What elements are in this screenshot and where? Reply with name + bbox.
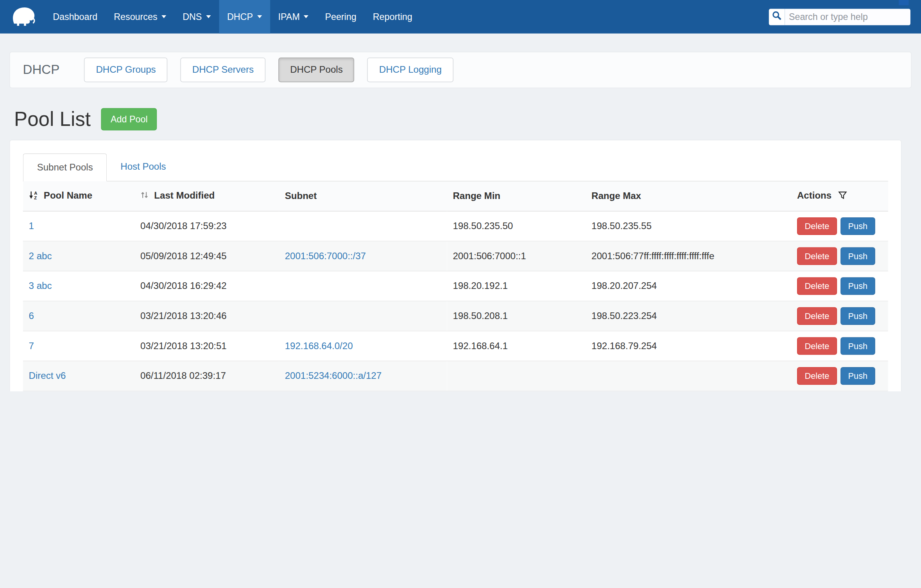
push-button[interactable]: Push — [840, 307, 875, 325]
dhcp-servers-button[interactable]: DHCP Servers — [181, 57, 265, 82]
nav-item-reporting[interactable]: Reporting — [365, 0, 421, 34]
pool-name-link[interactable]: 1 — [29, 221, 34, 231]
subnet-link[interactable]: 2001:5234:6000::a/127 — [285, 371, 382, 381]
range-max-cell: 192.168.79.254 — [586, 331, 791, 361]
last-modified-cell: 03/21/2018 13:20:46 — [134, 301, 279, 331]
pool-name-cell: 6 — [23, 301, 134, 331]
pool-list-card: Subnet Pools Host Pools AZ Pool Name Las… — [9, 140, 901, 391]
table-row: Direct v606/11/2018 02:39:172001:5234:60… — [23, 361, 888, 391]
subnet-cell: 2001:5234:6000::a/127 — [279, 361, 447, 391]
pool-name-cell: 2 abc — [23, 241, 134, 271]
caret-down-icon — [257, 15, 262, 18]
range-max-cell: 198.20.207.254 — [586, 271, 791, 301]
actions-cell: DeletePush — [791, 361, 888, 391]
caret-down-icon — [161, 15, 166, 18]
subnet-cell: 192.168.64.0/20 — [279, 331, 447, 361]
dhcp-section-bar: DHCP DHCP Groups DHCP Servers DHCP Pools… — [9, 52, 912, 88]
range-min-cell: 2001:506:7000::1 — [447, 241, 586, 271]
range-max-cell: 198.50.223.254 — [586, 301, 791, 331]
nav-item-resources[interactable]: Resources — [106, 0, 174, 34]
pool-name-cell: 1 — [23, 211, 134, 241]
dhcp-pools-button[interactable]: DHCP Pools — [278, 57, 355, 82]
push-button[interactable]: Push — [840, 337, 875, 355]
tab-subnet-pools[interactable]: Subnet Pools — [23, 153, 107, 181]
subnet-cell — [279, 211, 447, 241]
nav-item-label: Dashboard — [53, 11, 97, 22]
actions-cell: DeletePush — [791, 391, 888, 391]
actions-cell: DeletePush — [791, 301, 888, 331]
actions-cell: DeletePush — [791, 271, 888, 301]
filter-icon[interactable] — [838, 192, 847, 202]
last-modified-cell: 03/21/2018 13:20:51 — [134, 331, 279, 361]
pool-table-body: 104/30/2018 17:59:23198.50.235.50198.50.… — [23, 211, 888, 391]
range-max-cell — [586, 391, 791, 391]
table-row: test1234506/11/2018 02:39:17DeletePush — [23, 391, 888, 391]
table-row: 703/21/2018 13:20:51192.168.64.0/20192.1… — [23, 331, 888, 361]
table-row: 2 abc05/09/2018 12:49:452001:506:7000::/… — [23, 241, 888, 271]
subnet-cell — [279, 271, 447, 301]
table-row: 603/21/2018 13:20:46198.50.208.1198.50.2… — [23, 301, 888, 331]
sort-updown-icon[interactable] — [140, 192, 149, 202]
subnet-link[interactable]: 192.168.64.0/20 — [285, 341, 353, 351]
delete-button[interactable]: Delete — [797, 307, 837, 325]
dhcp-logging-button[interactable]: DHCP Logging — [367, 57, 453, 82]
nav-item-label: Reporting — [373, 11, 412, 22]
range-max-cell: 2001:506:77ff:ffff:ffff:ffff:ffff:fffe — [586, 241, 791, 271]
nav-item-label: Resources — [114, 11, 157, 22]
pool-name-link[interactable]: 3 abc — [29, 281, 52, 291]
actions-cell: DeletePush — [791, 331, 888, 361]
nav-item-label: DHCP — [227, 11, 253, 22]
push-button[interactable]: Push — [840, 247, 875, 265]
delete-button[interactable]: Delete — [797, 367, 837, 385]
column-label: Pool Name — [44, 190, 92, 201]
delete-button[interactable]: Delete — [797, 217, 837, 235]
column-label: Actions — [797, 190, 831, 201]
nav-item-peering[interactable]: Peering — [317, 0, 364, 34]
dhcp-groups-button[interactable]: DHCP Groups — [84, 57, 167, 82]
pool-name-link[interactable]: Direct v6 — [29, 371, 66, 381]
nav-item-dashboard[interactable]: Dashboard — [45, 0, 106, 34]
delete-button[interactable]: Delete — [797, 247, 837, 265]
column-label: Range Min — [453, 191, 500, 201]
pool-tabs: Subnet Pools Host Pools — [23, 153, 888, 181]
delete-button[interactable]: Delete — [797, 277, 837, 295]
nav-item-label: DNS — [183, 11, 202, 22]
pool-name-link[interactable]: 6 — [29, 311, 34, 321]
corner-ui-fragment — [899, 0, 909, 5]
search-button[interactable] — [769, 9, 785, 25]
subnet-cell — [279, 391, 447, 391]
sort-alpha-asc-icon[interactable]: AZ — [29, 192, 38, 202]
column-header-last-modified[interactable]: Last Modified — [134, 181, 279, 211]
range-max-cell — [586, 361, 791, 391]
range-max-cell: 198.50.235.55 — [586, 211, 791, 241]
table-header-row: AZ Pool Name Last Modified Subnet Range … — [23, 181, 888, 211]
nav-item-ipam[interactable]: IPAM — [270, 0, 317, 34]
pool-name-link[interactable]: 7 — [29, 341, 34, 351]
nav-item-dns[interactable]: DNS — [174, 0, 219, 34]
svg-text:Z: Z — [34, 195, 37, 200]
push-button[interactable]: Push — [840, 277, 875, 295]
range-min-cell — [447, 391, 586, 391]
table-row: 104/30/2018 17:59:23198.50.235.50198.50.… — [23, 211, 888, 241]
range-min-cell: 198.20.192.1 — [447, 271, 586, 301]
subnet-cell — [279, 301, 447, 331]
app-logo[interactable] — [11, 0, 36, 34]
subnet-link[interactable]: 2001:506:7000::/37 — [285, 251, 366, 261]
push-button[interactable]: Push — [840, 217, 875, 235]
page-title: Pool List — [14, 108, 91, 131]
top-navbar: Dashboard Resources DNS DHCP IPAM Peerin… — [0, 0, 921, 34]
subnet-cell: 2001:506:7000::/37 — [279, 241, 447, 271]
main-nav: Dashboard Resources DNS DHCP IPAM Peerin… — [45, 0, 421, 34]
nav-item-label: IPAM — [278, 11, 300, 22]
range-min-cell: 192.168.64.1 — [447, 331, 586, 361]
search-input[interactable] — [785, 9, 910, 25]
actions-cell: DeletePush — [791, 211, 888, 241]
nav-item-dhcp[interactable]: DHCP — [219, 0, 270, 34]
tab-host-pools[interactable]: Host Pools — [107, 153, 179, 181]
column-header-pool-name[interactable]: AZ Pool Name — [23, 181, 134, 211]
add-pool-button[interactable]: Add Pool — [101, 108, 157, 130]
pool-list-header: Pool List Add Pool — [14, 108, 157, 131]
delete-button[interactable]: Delete — [797, 337, 837, 355]
push-button[interactable]: Push — [840, 367, 875, 385]
pool-name-link[interactable]: 2 abc — [29, 251, 52, 261]
